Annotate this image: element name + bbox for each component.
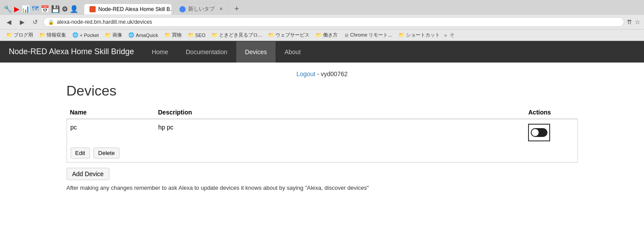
folder-icon: 📁 (398, 32, 405, 38)
tab-active[interactable]: Node-RED Alexa Home Skill B... ✕ (84, 4, 172, 15)
bookmark-seo[interactable]: 📁 SEO (185, 31, 208, 39)
bookmark-shortcuts[interactable]: 📁 ショートカット (396, 31, 443, 39)
add-device-button[interactable]: Add Device (67, 168, 110, 180)
device-row-buttons: Edit Delete (67, 146, 577, 162)
folder-icon: 📁 (39, 32, 45, 38)
bookmark-images[interactable]: 📁 画像 (102, 31, 125, 39)
bookmark-web-services[interactable]: 📁 ウェブサービス (265, 31, 312, 39)
avatar-icon[interactable]: 👤 (70, 5, 78, 13)
page-title: Devices (67, 83, 578, 99)
device-row-top: pc hp pc (67, 119, 577, 146)
bookmark-overflow[interactable]: » (444, 33, 447, 38)
bookmark-tokidoki[interactable]: 📁 ときどき見るプロ... (209, 31, 264, 39)
folder-icon: 📁 (164, 32, 171, 38)
toggle-track (531, 128, 547, 137)
username: vyd00762 (321, 70, 348, 77)
bookmark-label: ショートカット (406, 32, 440, 38)
bookmark-buy[interactable]: 📁 買物 (162, 31, 184, 39)
nav-home[interactable]: Home (143, 41, 177, 63)
device-name: pc (71, 124, 77, 131)
device-row-container: pc hp pc (67, 119, 578, 162)
folder-icon: 📁 (212, 32, 218, 38)
new-tab-button[interactable]: + (231, 3, 243, 15)
bookmark-info[interactable]: 📁 情報収集 (37, 31, 69, 39)
bookmark-pocket[interactable]: 🌐 + Pocket (70, 31, 101, 39)
maps-icon[interactable]: 🗺 (32, 5, 39, 13)
toggle-thumb (532, 129, 539, 136)
nav-links: Home Documentation Devices About (143, 41, 309, 63)
bookmark-label: Chrome リモート... (350, 32, 392, 38)
browser-icons-left: 🔧 ▶ 📊 🗺 📅 💾 ⚙ 👤 (4, 5, 78, 13)
bookmark-label: + Pocket (80, 33, 99, 38)
youtube-icon[interactable]: ▶ (14, 5, 19, 13)
folder-icon: 📁 (188, 32, 194, 38)
folder-icon: 📁 (268, 32, 274, 38)
folder-icon: 📁 (6, 32, 12, 38)
bookmark-button[interactable]: ☆ (635, 18, 640, 26)
bookmark-label: ときどき見るプロ... (219, 32, 262, 38)
ext-icon[interactable]: ⚙ (62, 5, 68, 13)
nav-documentation[interactable]: Documentation (177, 41, 236, 63)
reload-button[interactable]: ↺ (30, 17, 41, 27)
bookmark-label: ウェブサービス (275, 32, 309, 38)
tab-favicon-active (89, 6, 96, 12)
tab-inactive[interactable]: 新しいタブ ✕ (174, 3, 229, 15)
bookmark-extra: そ (450, 32, 454, 38)
analytics-icon[interactable]: 📊 (21, 5, 30, 13)
nav-devices[interactable]: Devices (236, 41, 276, 63)
app-brand: Node-RED Alexa Home Skill Bridge (9, 41, 143, 63)
bookmark-chrome-remote[interactable]: 🖥 Chrome リモート... (341, 31, 395, 39)
device-name-cell: pc (67, 119, 155, 146)
bookmark-label: 買物 (172, 32, 182, 38)
logout-link[interactable]: Logout (297, 70, 316, 77)
address-bar[interactable]: 🔒 alexa-node-red.bm.hardill.me.uk/device… (43, 17, 624, 27)
bookmark-work[interactable]: 📁 働き方 (313, 31, 340, 39)
bookmark-blog[interactable]: 📁 ブログ用 (4, 31, 36, 39)
globe-icon: 🌐 (128, 32, 134, 38)
address-text: alexa-node-red.bm.hardill.me.uk/devices (57, 19, 152, 25)
tab-label-new: 新しいタブ (188, 5, 215, 13)
bookmark-amaquick[interactable]: 🌐 AmaQuick (126, 31, 161, 39)
page-content: Logout - vyd00762 Devices Name Descripti… (58, 63, 587, 209)
bookmark-label: 画像 (112, 32, 122, 38)
extensions-icon[interactable]: 🔧 (4, 5, 12, 13)
tab-label-active: Node-RED Alexa Home Skill B... (98, 6, 172, 12)
bookmark-label: AmaQuick (136, 33, 158, 38)
tab-close-new[interactable]: ✕ (219, 6, 223, 12)
logout-bar: Logout - vyd00762 (67, 67, 578, 83)
address-bar-actions: ⇈ ☆ (627, 18, 640, 26)
device-description-cell: hp pc (155, 119, 525, 146)
device-description: hp pc (158, 124, 173, 131)
table-row: pc hp pc (67, 119, 578, 163)
bookmark-label: ブログ用 (14, 32, 33, 38)
lock-icon: 🔒 (48, 19, 54, 25)
app-navbar: Node-RED Alexa Home Skill Bridge Home Do… (0, 41, 644, 63)
col-header-actions: Actions (525, 106, 578, 119)
bookmark-label: 働き方 (323, 32, 338, 38)
logout-separator: - (317, 70, 321, 77)
folder-icon: 📁 (316, 32, 322, 38)
address-bar-row: ◀ ▶ ↺ 🔒 alexa-node-red.bm.hardill.me.uk/… (0, 15, 644, 29)
folder-icon: 📁 (105, 32, 111, 38)
device-toggle[interactable] (528, 124, 550, 141)
device-actions-cell (525, 119, 577, 146)
edit-button[interactable]: Edit (71, 148, 90, 159)
table-header: Name Description Actions (67, 106, 578, 119)
back-button[interactable]: ◀ (4, 17, 14, 27)
devices-table: Name Description Actions pc hp pc (67, 106, 578, 162)
bookmarks-bar: 📁 ブログ用 📁 情報収集 🌐 + Pocket 📁 画像 🌐 AmaQuick… (0, 29, 644, 41)
nav-about[interactable]: About (275, 41, 309, 63)
col-header-name: Name (67, 106, 155, 119)
calendar-icon[interactable]: 📅 (41, 5, 49, 13)
share-button[interactable]: ⇈ (627, 18, 632, 26)
tab-favicon-new (179, 6, 186, 12)
col-header-description: Description (155, 106, 525, 119)
table-body: pc hp pc (67, 119, 578, 163)
delete-button[interactable]: Delete (93, 148, 120, 159)
bookmark-label: SEO (195, 33, 205, 38)
forward-button[interactable]: ▶ (17, 17, 27, 27)
browser-chrome: 🔧 ▶ 📊 🗺 📅 💾 ⚙ 👤 Node-RED Alexa Home Skil… (0, 0, 644, 41)
device-row-actions: Edit Delete (67, 146, 577, 162)
drive-icon[interactable]: 💾 (51, 5, 60, 13)
globe-icon: 🌐 (72, 32, 78, 38)
